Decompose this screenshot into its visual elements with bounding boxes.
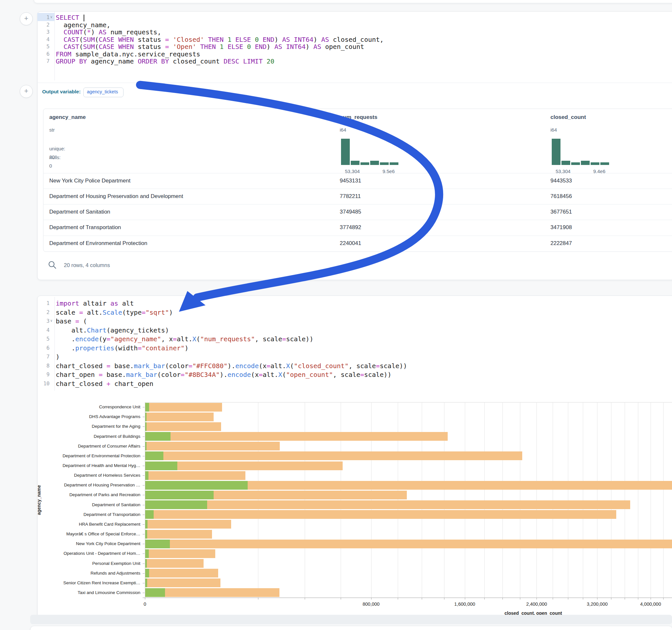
annotation-arrow	[0, 0, 672, 630]
arrow-curve	[140, 85, 439, 297]
notebook-page: + + 1∨SELECT 2 agency_name,3 COUNT(*) AS…	[0, 0, 672, 630]
